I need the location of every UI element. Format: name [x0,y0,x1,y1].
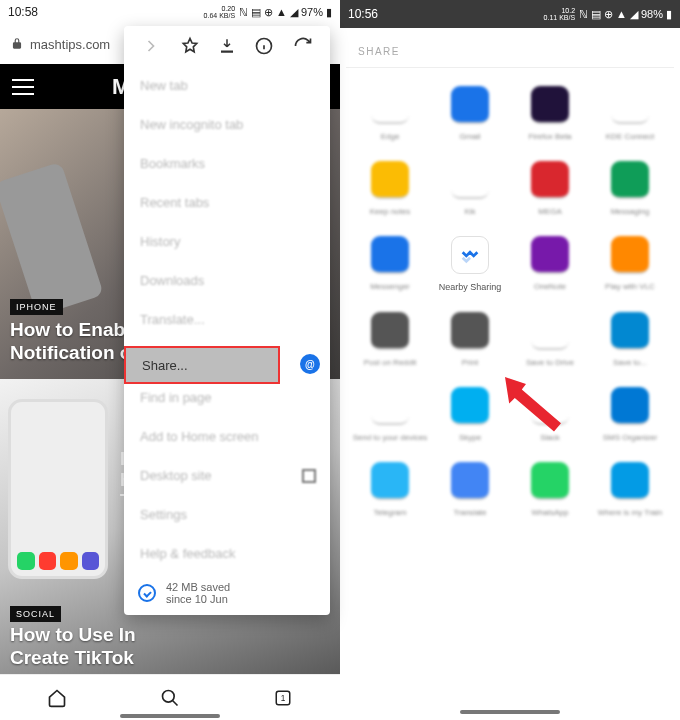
sim-icon: ▤ [251,6,261,19]
app-label: Translate [453,508,486,517]
gesture-handle[interactable] [460,710,560,714]
app-icon [611,161,649,199]
network-rate: 10.2 0.11 KB/S [544,7,576,21]
menu-recent-tabs[interactable]: Recent tabs [124,183,330,222]
star-icon[interactable] [180,36,200,56]
app-label: Messaging [611,207,650,216]
app-label: KDE Connect [606,132,654,141]
app-label: Nearby Sharing [439,282,502,292]
app-label: SMS Organizer [603,433,658,442]
battery-icon: ▮ [666,8,672,21]
article-title: How to Use InCreate TikTok [10,623,136,671]
menu-translate[interactable]: Translate... [124,300,330,339]
app-icon [611,86,649,124]
category-badge: IPHONE [10,299,63,315]
share-target-telegram[interactable]: Telegram [352,462,428,517]
app-label: Print [462,358,478,367]
info-icon[interactable] [254,36,274,56]
app-icon [611,387,649,425]
share-target-where-is-my-train[interactable]: Where is my Train [592,462,668,517]
share-target-kik[interactable]: Kik [432,161,508,216]
share-target-post-on-reddit[interactable]: Post on Reddit [352,312,428,367]
share-target-skype[interactable]: Skype [432,387,508,442]
data-saver-icon [138,584,156,602]
share-target-print[interactable]: Print [432,312,508,367]
share-target-nearby-sharing[interactable]: Nearby Sharing [432,236,508,292]
menu-history[interactable]: History [124,222,330,261]
share-target-messaging[interactable]: Messaging [592,161,668,216]
app-label: Post on Reddit [364,358,416,367]
status-icons: ℕ ▤ ⊕ ▲ ◢ 97% ▮ [239,6,332,19]
share-target-whatsapp[interactable]: WhatsApp [512,462,588,517]
menu-desktop-site[interactable]: Desktop site [124,456,330,495]
status-bar: 10:56 10.2 0.11 KB/S ℕ ▤ ⊕ ▲ ◢ 98% ▮ [340,0,680,28]
share-target-mega[interactable]: MEGA [512,161,588,216]
menu-add-home[interactable]: Add to Home screen [124,417,330,456]
app-icon [451,236,489,274]
share-target-kde-connect[interactable]: KDE Connect [592,86,668,141]
share-target-firefox-beta[interactable]: Firefox Beta [512,86,588,141]
menu-new-tab[interactable]: New tab [124,66,330,105]
share-target-keep-notes[interactable]: Keep notes [352,161,428,216]
share-target-icon[interactable] [300,354,320,374]
share-sheet[interactable]: SHARE EdgeGmailFirefox BetaKDE ConnectKe… [340,28,680,720]
share-target-sms-organizer[interactable]: SMS Organizer [592,387,668,442]
svg-rect-3 [221,51,233,53]
gesture-handle[interactable] [120,714,220,718]
battery-text: 97% [301,6,323,18]
checkbox-icon[interactable] [302,469,316,483]
app-label: Kik [464,207,475,216]
share-target-translate[interactable]: Translate [432,462,508,517]
download-icon[interactable] [218,37,236,55]
status-icons: ℕ ▤ ⊕ ▲ ◢ 98% ▮ [579,8,672,21]
status-bar: 10:58 0.20 0.64 KB/S ℕ ▤ ⊕ ▲ ◢ 97% ▮ [0,0,340,24]
app-icon [531,462,569,500]
app-label: Gmail [460,132,481,141]
app-icon [611,462,649,500]
refresh-icon[interactable] [293,36,313,56]
share-target-play-with-vlc[interactable]: Play with VLC [592,236,668,292]
share-target-save-to-[interactable]: Save to... [592,312,668,367]
svg-point-0 [162,690,174,702]
battery-text: 98% [641,8,663,20]
app-icon [531,312,569,350]
app-icon [531,236,569,274]
app-icon [531,161,569,199]
app-label: Firefox Beta [528,132,571,141]
hamburger-icon[interactable] [12,79,34,95]
menu-share[interactable]: Share... [124,346,280,384]
share-target-save-to-drive[interactable]: Save to Drive [512,312,588,367]
app-label: Keep notes [370,207,410,216]
signal-icon: ◢ [630,8,638,21]
menu-incognito[interactable]: New incognito tab [124,105,330,144]
app-icon [451,86,489,124]
article-title: How to EnablNotification o [10,318,131,366]
category-badge: SOCIAL [10,606,61,622]
share-target-gmail[interactable]: Gmail [432,86,508,141]
menu-downloads[interactable]: Downloads [124,261,330,300]
app-label: Send to your devices [353,433,428,442]
app-icon [371,387,409,425]
share-target-messenger[interactable]: Messenger [352,236,428,292]
tabs-button[interactable]: 1 [227,675,340,720]
menu-action-row [124,26,330,66]
app-icon [451,462,489,500]
share-target-send-to-your-devices[interactable]: Send to your devices [352,387,428,442]
menu-bookmarks[interactable]: Bookmarks [124,144,330,183]
share-target-edge[interactable]: Edge [352,86,428,141]
app-icon [531,86,569,124]
app-label: Save to Drive [526,358,574,367]
menu-settings[interactable]: Settings [124,495,330,534]
menu-help[interactable]: Help & feedback [124,534,330,573]
share-target-slack[interactable]: Slack [512,387,588,442]
chrome-overflow-menu: New tab New incognito tab Bookmarks Rece… [124,26,330,615]
home-button[interactable] [0,675,113,720]
forward-icon[interactable] [141,36,161,56]
app-label: OneNote [534,282,566,291]
clock: 10:58 [8,5,204,19]
app-icon [371,161,409,199]
share-target-onenote[interactable]: OneNote [512,236,588,292]
app-label: Play with VLC [605,282,655,291]
wifi-icon: ▲ [616,8,627,20]
data-saved-row[interactable]: 42 MB savedsince 10 Jun [124,573,330,609]
